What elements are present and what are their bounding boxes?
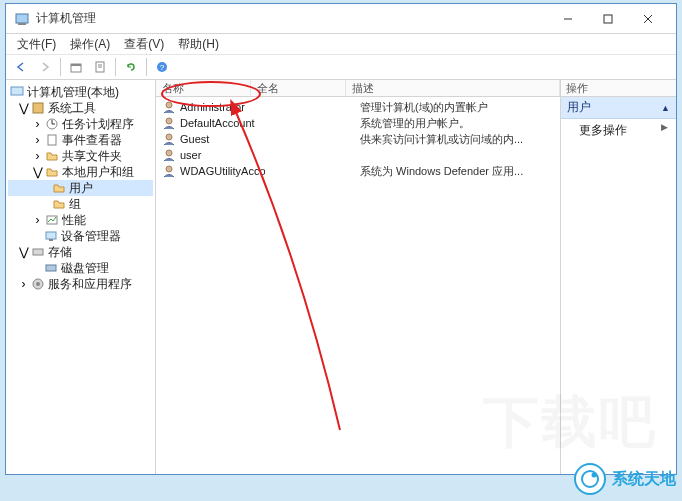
nav-tree[interactable]: 计算机管理(本地) ⋁ 系统工具 › 任务计划程序 › 事件查看器 › 共享文件…: [6, 80, 156, 474]
tree-localusers[interactable]: ⋁ 本地用户和组: [8, 164, 153, 180]
chevron-up-icon: ▲: [661, 103, 670, 113]
disk-icon: [44, 261, 58, 275]
svg-rect-13: [11, 87, 23, 95]
user-row[interactable]: DefaultAccount系统管理的用户帐户。: [156, 115, 560, 131]
computer-icon: [10, 85, 24, 99]
svg-point-27: [166, 118, 172, 124]
user-desc: 供来宾访问计算机或访问域的内...: [360, 132, 560, 147]
help-button[interactable]: ?: [151, 56, 173, 78]
list-header: 名称 全名 描述: [156, 80, 560, 97]
actions-pane: 操作 用户 ▲ 更多操作 ▶: [561, 80, 676, 474]
tools-icon: [31, 101, 45, 115]
svg-point-26: [166, 102, 172, 108]
collapse-icon[interactable]: ⋁: [18, 103, 29, 114]
folder-icon: [52, 181, 66, 195]
collapse-icon[interactable]: ⋁: [18, 247, 29, 258]
menu-file[interactable]: 文件(F): [12, 35, 61, 54]
actions-context[interactable]: 用户 ▲: [561, 97, 676, 119]
svg-point-28: [166, 134, 172, 140]
tree-users[interactable]: 用户: [8, 180, 153, 196]
menu-action[interactable]: 操作(A): [65, 35, 115, 54]
svg-point-25: [36, 282, 40, 286]
svg-rect-22: [33, 249, 43, 255]
menubar: 文件(F) 操作(A) 查看(V) 帮助(H): [6, 34, 676, 54]
svg-rect-7: [71, 64, 81, 66]
tree-groups[interactable]: 组: [8, 196, 153, 212]
tree-root[interactable]: 计算机管理(本地): [8, 84, 153, 100]
tree-eventviewer[interactable]: › 事件查看器: [8, 132, 153, 148]
watermark: 系统天地: [574, 463, 676, 495]
user-desc: 管理计算机(域)的内置帐户: [360, 100, 560, 115]
tree-services[interactable]: › 服务和应用程序: [8, 276, 153, 292]
tree-scheduler[interactable]: › 任务计划程序: [8, 116, 153, 132]
svg-text:?: ?: [160, 63, 165, 72]
chevron-right-icon: ▶: [661, 122, 668, 132]
main-list: 名称 全名 描述 Administrator管理计算机(域)的内置帐户Defau…: [156, 80, 561, 474]
watermark-text: 系统天地: [612, 469, 676, 490]
folder-icon: [45, 149, 59, 163]
collapse-icon[interactable]: ⋁: [32, 167, 43, 178]
tree-devmgr[interactable]: 设备管理器: [8, 228, 153, 244]
tree-diskmgmt[interactable]: 磁盘管理: [8, 260, 153, 276]
perf-icon: [45, 213, 59, 227]
window: 计算机管理 文件(F) 操作(A) 查看(V) 帮助(H) ? 计算机管理(本地…: [5, 3, 677, 475]
folder-icon: [52, 197, 66, 211]
properties-button[interactable]: [89, 56, 111, 78]
close-button[interactable]: [628, 5, 668, 33]
user-name: Guest: [180, 133, 265, 145]
user-name: WDAGUtilityAccount: [180, 165, 265, 177]
svg-point-32: [592, 473, 597, 478]
event-icon: [45, 133, 59, 147]
user-row[interactable]: WDAGUtilityAccount系统为 Windows Defender 应…: [156, 163, 560, 179]
up-button[interactable]: [65, 56, 87, 78]
tree-storage[interactable]: ⋁ 存储: [8, 244, 153, 260]
expand-icon[interactable]: ›: [18, 279, 29, 290]
scheduler-icon: [45, 117, 59, 131]
expand-icon[interactable]: ›: [32, 119, 43, 130]
svg-rect-20: [46, 232, 56, 239]
expand-icon[interactable]: ›: [32, 135, 43, 146]
actions-header: 操作: [561, 80, 676, 97]
svg-point-30: [166, 166, 172, 172]
refresh-button[interactable]: [120, 56, 142, 78]
minimize-button[interactable]: [548, 5, 588, 33]
svg-rect-0: [16, 14, 28, 23]
user-name: Administrator: [180, 101, 265, 113]
svg-rect-23: [46, 265, 56, 271]
toolbar: ?: [6, 54, 676, 80]
user-row[interactable]: Administrator管理计算机(域)的内置帐户: [156, 99, 560, 115]
services-icon: [31, 277, 45, 291]
user-icon: [162, 132, 176, 146]
menu-help[interactable]: 帮助(H): [173, 35, 224, 54]
svg-rect-21: [49, 239, 53, 241]
expand-icon[interactable]: ›: [32, 151, 43, 162]
svg-rect-1: [18, 23, 26, 25]
tree-perf[interactable]: › 性能: [8, 212, 153, 228]
maximize-button[interactable]: [588, 5, 628, 33]
user-icon: [162, 148, 176, 162]
user-icon: [162, 116, 176, 130]
svg-rect-3: [604, 15, 612, 23]
actions-more[interactable]: 更多操作 ▶: [561, 119, 676, 142]
tree-systools[interactable]: ⋁ 系统工具: [8, 100, 153, 116]
back-button[interactable]: [10, 56, 32, 78]
users-folder-icon: [45, 165, 59, 179]
svg-rect-18: [48, 135, 56, 145]
titlebar[interactable]: 计算机管理: [6, 4, 676, 34]
user-name: user: [180, 149, 265, 161]
list-body[interactable]: Administrator管理计算机(域)的内置帐户DefaultAccount…: [156, 97, 560, 474]
col-description[interactable]: 描述: [346, 80, 560, 96]
menu-view[interactable]: 查看(V): [119, 35, 169, 54]
col-fullname[interactable]: 全名: [251, 80, 346, 96]
tree-sharedfolders[interactable]: › 共享文件夹: [8, 148, 153, 164]
window-title: 计算机管理: [36, 10, 96, 27]
user-desc: 系统为 Windows Defender 应用...: [360, 164, 560, 179]
user-row[interactable]: user: [156, 147, 560, 163]
user-icon: [162, 164, 176, 178]
col-name[interactable]: 名称: [156, 80, 251, 96]
user-name: DefaultAccount: [180, 117, 265, 129]
user-row[interactable]: Guest供来宾访问计算机或访问域的内...: [156, 131, 560, 147]
forward-button[interactable]: [34, 56, 56, 78]
user-desc: 系统管理的用户帐户。: [360, 116, 560, 131]
expand-icon[interactable]: ›: [32, 215, 43, 226]
